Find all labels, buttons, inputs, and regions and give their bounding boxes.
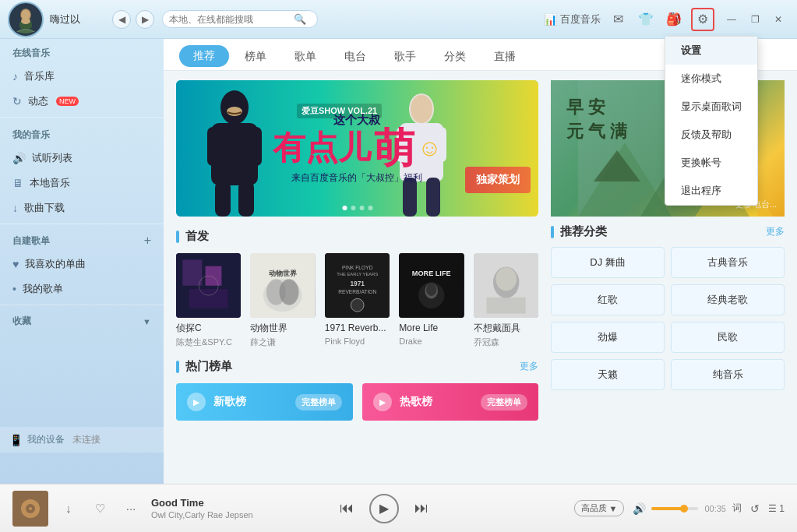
search-input[interactable] <box>169 14 294 25</box>
album-item-3[interactable]: PINK FLOYD THE EARLY YEARS 1971 REVERB/A… <box>325 253 390 348</box>
back-button[interactable]: ◀ <box>112 10 131 29</box>
album-grid: 侦探C 陈楚生&SPY.C 动物世界 <box>176 253 538 348</box>
hot-songs-play-icon[interactable]: ▶ <box>373 393 392 411</box>
cat-energetic[interactable]: 劲爆 <box>551 322 665 353</box>
menu-item-settings[interactable]: 设置 <box>665 37 757 65</box>
tab-recommend[interactable]: 推荐 <box>179 45 229 67</box>
album-item-5[interactable]: 不想戴面具 乔冠森 <box>474 253 538 348</box>
dot-3[interactable] <box>359 206 364 210</box>
hot-charts-more[interactable]: 更多 <box>520 360 538 373</box>
cat-pure-music[interactable]: 纯音乐 <box>671 359 785 390</box>
tab-singer[interactable]: 歌手 <box>382 45 428 70</box>
download-icon: ↓ <box>12 202 18 214</box>
tab-charts[interactable]: 榜单 <box>232 45 279 70</box>
menu-item-change-account[interactable]: 更换帐号 <box>665 149 757 177</box>
album-artist-5: 乔冠森 <box>474 336 538 348</box>
album-artist-4: Drake <box>399 336 464 346</box>
album-item-1[interactable]: 侦探C 陈楚生&SPY.C <box>176 253 241 348</box>
window-controls: — ❐ ✕ <box>721 11 789 28</box>
bag-icon-btn[interactable]: 🎒 <box>663 9 685 30</box>
tab-live[interactable]: 直播 <box>481 45 528 70</box>
minimize-button[interactable]: — <box>721 11 742 28</box>
exclusive-badge: 独家策划 <box>465 167 531 193</box>
next-button[interactable]: ⏭ <box>410 497 433 520</box>
sidebar-item-favorites[interactable]: ♥ 我喜欢的单曲 <box>0 252 164 277</box>
volume-bar[interactable] <box>651 507 698 510</box>
album-artist-1: 陈楚生&SPY.C <box>176 336 241 348</box>
gear-button[interactable]: ⚙ <box>691 8 714 31</box>
svg-text:REVERB/ATION: REVERB/ATION <box>338 289 376 294</box>
hot-songs-chart[interactable]: ▶ 热歌榜 完整榜单 <box>362 383 539 421</box>
player-bar: ↓ ♡ ··· Good Time Owl City,Carly Rae Jep… <box>0 484 797 532</box>
forward-button[interactable]: ▶ <box>136 10 154 29</box>
sidebar: 在线音乐 ♪ 音乐库 ↻ 动态 NEW 我的音乐 🔊 试听列表 🖥 本地音乐 ↓… <box>0 39 164 484</box>
loop-button[interactable]: ↺ <box>748 500 762 517</box>
album-artist-3: Pink Floyd <box>325 336 390 346</box>
album-item-4[interactable]: MORE LIFE More Life Drake <box>399 253 464 348</box>
menu-item-mini[interactable]: 迷你模式 <box>665 65 757 93</box>
prev-button[interactable]: ⏮ <box>335 497 358 520</box>
like-song-button[interactable]: ♡ <box>89 498 111 520</box>
album-name-3: 1971 Reverb... <box>325 322 390 335</box>
tab-playlist[interactable]: 歌单 <box>282 45 329 70</box>
new-songs-complete[interactable]: 完整榜单 <box>295 394 342 410</box>
sidebar-item-download[interactable]: ↓ 歌曲下载 <box>0 196 164 220</box>
sidebar-item-music-library[interactable]: ♪ 音乐库 <box>0 64 164 89</box>
search-icon[interactable]: 🔍 <box>294 13 306 25</box>
sidebar-item-dynamic[interactable]: ↻ 动态 NEW <box>0 89 164 114</box>
nav-arrows: ◀ ▶ <box>112 10 154 29</box>
dot-4[interactable] <box>368 206 372 210</box>
restore-button[interactable]: ❐ <box>744 11 766 28</box>
add-playlist-button[interactable]: + <box>144 234 151 248</box>
volume-control: 🔊 <box>630 500 698 517</box>
menu-item-desktop-lyrics[interactable]: 显示桌面歌词 <box>665 93 757 121</box>
custom-playlist-header: 自建歌单 + <box>0 227 164 252</box>
album-name-4: More Life <box>399 322 464 335</box>
cat-red-songs[interactable]: 红歌 <box>551 284 665 315</box>
new-songs-chart[interactable]: ▶ 新歌榜 完整榜单 <box>176 383 353 421</box>
play-pause-button[interactable]: ▶ <box>369 494 399 523</box>
svg-point-54 <box>29 507 32 510</box>
download-song-button[interactable]: ↓ <box>58 498 79 520</box>
playlist-count-button[interactable]: ☰ 1 <box>768 503 785 514</box>
my-music-section: 我的音乐 <box>0 121 164 146</box>
menu-item-feedback[interactable]: 反馈及帮助 <box>665 121 757 149</box>
cat-classical[interactable]: 古典音乐 <box>671 247 785 278</box>
sidebar-item-my-playlist[interactable]: • 我的歌单 <box>0 277 164 301</box>
username-label[interactable]: 嗨过以 <box>50 12 97 26</box>
close-button[interactable]: ✕ <box>767 11 789 28</box>
player-right: 高品质 ▼ 🔊 00:35 词 ↺ ☰ 1 <box>574 500 785 517</box>
svg-rect-9 <box>215 181 231 217</box>
sidebar-item-local-music[interactable]: 🖥 本地音乐 <box>0 171 164 196</box>
player-album-thumb <box>12 491 48 527</box>
cat-dj-dance[interactable]: DJ 舞曲 <box>551 247 665 278</box>
tab-radio[interactable]: 电台 <box>332 45 379 70</box>
main-banner[interactable]: 爱豆SHOW VOL.21 这个大叔 有点儿萌 ☺ 来自百度音乐的「大叔控」福利 <box>176 80 538 217</box>
tab-category[interactable]: 分类 <box>432 45 478 70</box>
svg-point-11 <box>227 107 242 116</box>
quality-button[interactable]: 高品质 ▼ <box>574 500 625 516</box>
sidebar-item-playlist[interactable]: 🔊 试听列表 <box>0 146 164 171</box>
shirt-icon-btn[interactable]: 👕 <box>635 9 657 30</box>
new-songs-play-icon[interactable]: ▶ <box>187 393 206 411</box>
search-bar[interactable]: 🔍 <box>162 10 318 28</box>
hot-charts-header: 热门榜单 更多 <box>176 359 538 374</box>
cat-folk[interactable]: 民歌 <box>671 322 785 353</box>
rec-cats-bar <box>551 226 554 238</box>
time-display: 00:35 <box>704 504 726 513</box>
menu-item-exit[interactable]: 退出程序 <box>665 177 757 205</box>
mail-icon-btn[interactable]: ✉ <box>607 9 629 30</box>
volume-icon[interactable]: 🔊 <box>630 500 648 517</box>
more-action-button[interactable]: ··· <box>120 498 142 520</box>
dot-1[interactable] <box>342 206 347 210</box>
lyrics-button[interactable]: 词 <box>732 502 742 515</box>
album-item-2[interactable]: 动物世界 动物世界 薛之谦 <box>250 253 315 348</box>
cat-heavenly[interactable]: 天籁 <box>551 359 665 390</box>
rec-cats-more[interactable]: 更多 <box>766 225 785 238</box>
cat-classic-old[interactable]: 经典老歌 <box>671 284 785 315</box>
device-icon: 📱 <box>9 434 23 446</box>
avatar[interactable] <box>8 2 44 37</box>
hot-songs-complete[interactable]: 完整榜单 <box>481 394 527 410</box>
svg-text:THE EARLY YEARS: THE EARLY YEARS <box>337 272 378 277</box>
dot-2[interactable] <box>351 206 355 210</box>
